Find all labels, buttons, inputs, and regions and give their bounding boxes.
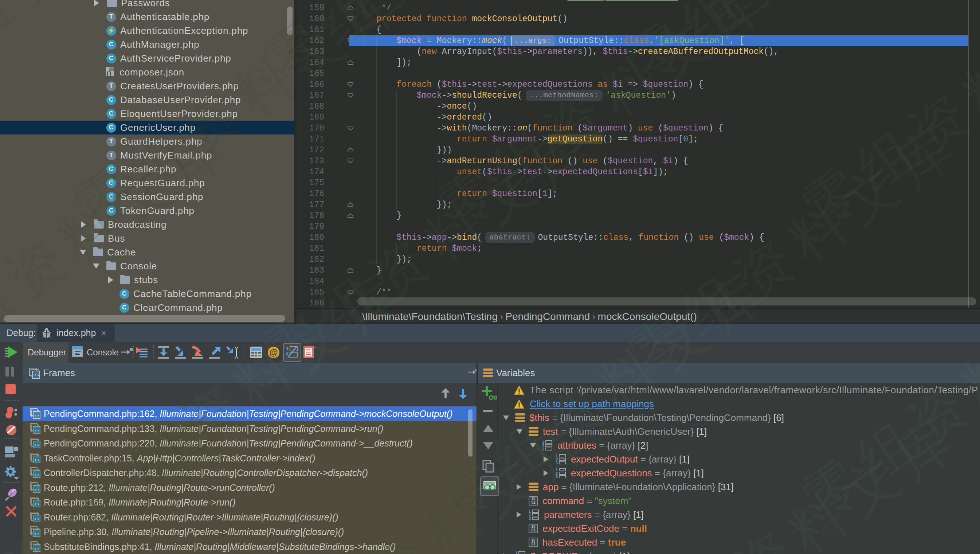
- svg-text:@: @: [269, 347, 278, 357]
- svg-text:‹›: ‹›: [34, 532, 39, 536]
- svg-text:3: 3: [529, 516, 531, 520]
- svg-text:3: 3: [555, 474, 558, 478]
- svg-text:2: 2: [286, 350, 288, 356]
- svg-text:‹›: ‹›: [34, 373, 40, 378]
- svg-text:1: 1: [515, 551, 517, 554]
- svg-text:3: 3: [542, 447, 544, 451]
- svg-text:‹›: ‹›: [34, 443, 39, 448]
- svg-text:3: 3: [555, 461, 558, 464]
- svg-text:‹›: ‹›: [34, 428, 39, 433]
- svg-text:‹›: ‹›: [34, 487, 39, 492]
- svg-text:‹›: ‹›: [34, 502, 39, 507]
- svg-text:‹›: ‹›: [34, 458, 39, 463]
- svg-text:‹›: ‹›: [34, 472, 39, 478]
- svg-text:‹›: ‹›: [34, 517, 39, 522]
- svg-text:‹›: ‹›: [34, 413, 39, 419]
- svg-text:‹›: ‹›: [34, 546, 39, 551]
